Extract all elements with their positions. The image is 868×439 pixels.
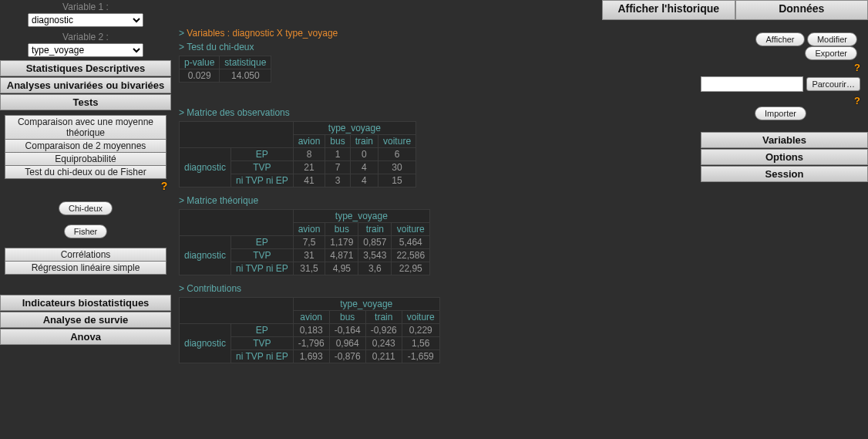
donnees-header[interactable]: Données	[735, 0, 869, 20]
menu-regression[interactable]: Régression linéaire simple	[5, 261, 167, 275]
contributions-title: > Contributions	[179, 283, 594, 294]
variable2-label: Variable 2 :	[0, 30, 171, 42]
test-title: > Test du chi-deux	[179, 42, 594, 52]
section-anova[interactable]: Anova	[0, 329, 171, 345]
left-panel: Variable 1 : diagnostic Variable 2 : typ…	[0, 0, 171, 439]
section-indicateurs[interactable]: Indicateurs biostatistiques	[0, 295, 171, 311]
variable2-select[interactable]: type_voyage	[28, 43, 143, 57]
help-icon[interactable]: ?	[854, 95, 860, 106]
file-input[interactable]	[701, 76, 803, 92]
menu-chi2-fisher[interactable]: Test du chi-deux ou de Fisher	[5, 165, 167, 179]
section-analyses[interactable]: Analyses univariées ou bivariées	[0, 77, 171, 93]
variables-title: > Variables : diagnostic X type_voyage	[179, 28, 594, 39]
afficher-button[interactable]: Afficher	[755, 32, 804, 46]
observations-title: > Matrice des observations	[179, 107, 594, 118]
section-stats-descriptives[interactable]: Statistiques Descriptives	[0, 60, 171, 76]
menu-correlations[interactable]: Corrélations	[5, 248, 167, 262]
menu-comp-theorique[interactable]: Comparaison avec une moyenne théorique	[5, 115, 167, 140]
main-panel: > Variables : diagnostic X type_voyage >…	[171, 0, 602, 439]
observations-table: type_voyage avionbustrainvoiture diagnos…	[179, 121, 416, 187]
contributions-table: type_voyage avionbustrainvoiture diagnos…	[179, 297, 440, 363]
variable1-label: Variable 1 :	[0, 0, 171, 12]
theorique-title: > Matrice théorique	[179, 195, 594, 206]
chi-deux-button[interactable]: Chi-deux	[59, 201, 113, 215]
section-tests[interactable]: Tests	[0, 94, 171, 110]
section-options[interactable]: Options	[701, 149, 868, 165]
parcourir-button[interactable]: Parcourir…	[806, 77, 860, 91]
menu-comp-2moyennes[interactable]: Comparaison de 2 moyennes	[5, 139, 167, 153]
pvalue-header: p-value	[180, 56, 220, 69]
section-variables[interactable]: Variables	[701, 132, 868, 148]
modifier-button[interactable]: Modifier	[807, 32, 857, 46]
menu-equiprobabilite[interactable]: Equiprobabilité	[5, 152, 167, 166]
right-panel: Afficher l'historique Données Afficher M…	[602, 0, 868, 439]
section-survie[interactable]: Analyse de survie	[0, 312, 171, 328]
historique-button[interactable]: Afficher l'historique	[602, 0, 735, 20]
stat-header: statistique	[220, 56, 271, 69]
pvalue-value: 0.029	[180, 69, 220, 83]
fisher-button[interactable]: Fisher	[64, 225, 108, 238]
help-icon[interactable]: ?	[159, 180, 170, 192]
theorique-table: type_voyage avionbustrainvoiture diagnos…	[179, 209, 430, 275]
section-session[interactable]: Session	[701, 166, 868, 182]
stat-value: 14.050	[220, 69, 271, 83]
tests-menu: Comparaison avec une moyenne théorique C…	[5, 115, 167, 179]
variable1-select[interactable]: diagnostic	[28, 13, 143, 27]
exporter-button[interactable]: Exporter	[805, 46, 857, 60]
importer-button[interactable]: Importer	[755, 106, 806, 120]
chi2-result-table: p-valuestatistique 0.02914.050	[179, 56, 271, 83]
help-icon[interactable]: ?	[854, 62, 860, 73]
